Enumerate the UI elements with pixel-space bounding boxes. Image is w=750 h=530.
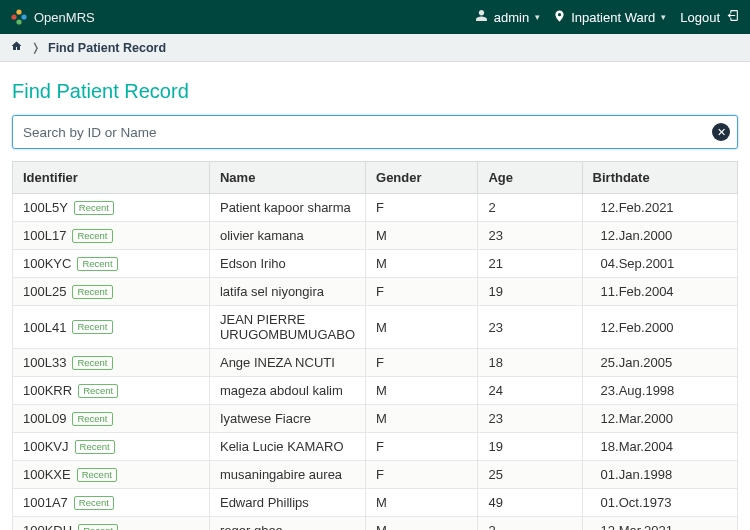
patient-birthdate: 04.Sep.2001 [582, 250, 737, 278]
recent-badge: Recent [72, 356, 112, 370]
table-row[interactable]: 100L17Recentolivier kamanaM2312.Jan.2000 [13, 222, 738, 250]
patient-birthdate: 12.Feb.2000 [582, 306, 737, 349]
brand-logo[interactable]: OpenMRS [10, 8, 95, 26]
caret-down-icon: ▾ [535, 12, 540, 22]
user-icon [475, 9, 488, 25]
logout-icon [726, 9, 740, 25]
table-row[interactable]: 1001A7RecentEdward PhillipsM4901.Oct.197… [13, 489, 738, 517]
breadcrumb: ❭ Find Patient Record [0, 34, 750, 62]
patient-gender: M [366, 306, 478, 349]
patient-name: Patient kapoor sharma [209, 194, 365, 222]
patient-birthdate: 25.Jan.2005 [582, 349, 737, 377]
patient-age: 25 [478, 461, 582, 489]
recent-badge: Recent [74, 201, 114, 215]
patient-age: 24 [478, 377, 582, 405]
brand-name: OpenMRS [34, 10, 95, 25]
search-container: ✕ [12, 115, 738, 149]
patient-age: 19 [478, 433, 582, 461]
patient-gender: M [366, 222, 478, 250]
caret-down-icon: ▾ [661, 12, 666, 22]
table-row[interactable]: 100KVJRecentKelia Lucie KAMAROF1918.Mar.… [13, 433, 738, 461]
recent-badge: Recent [78, 524, 118, 531]
col-age[interactable]: Age [478, 162, 582, 194]
table-row[interactable]: 100L5YRecentPatient kapoor sharmaF212.Fe… [13, 194, 738, 222]
patient-age: 2 [478, 194, 582, 222]
patient-name: Ange INEZA NCUTI [209, 349, 365, 377]
col-birthdate[interactable]: Birthdate [582, 162, 737, 194]
patient-age: 23 [478, 222, 582, 250]
table-row[interactable]: 100KYCRecentEdson IrihoM2104.Sep.2001 [13, 250, 738, 278]
recent-badge: Recent [75, 440, 115, 454]
patient-gender: F [366, 349, 478, 377]
recent-badge: Recent [77, 257, 117, 271]
patient-age: 23 [478, 306, 582, 349]
search-input[interactable] [12, 115, 738, 149]
patient-name: latifa sel niyongira [209, 278, 365, 306]
patient-id: 100L5Y [23, 200, 68, 215]
patient-birthdate: 12.Mar.2000 [582, 405, 737, 433]
patient-gender: M [366, 377, 478, 405]
patient-age: 21 [478, 250, 582, 278]
patient-results-table: Identifier Name Gender Age Birthdate 100… [12, 161, 738, 530]
close-icon: ✕ [717, 126, 726, 139]
recent-badge: Recent [72, 285, 112, 299]
patient-gender: M [366, 405, 478, 433]
col-gender[interactable]: Gender [366, 162, 478, 194]
table-row[interactable]: 100KDHRecentroger gheeM212.Mar.2021 [13, 517, 738, 531]
table-header-row: Identifier Name Gender Age Birthdate [13, 162, 738, 194]
table-row[interactable]: 100L09RecentIyatwese FiacreM2312.Mar.200… [13, 405, 738, 433]
clear-search-button[interactable]: ✕ [712, 123, 730, 141]
patient-gender: F [366, 433, 478, 461]
breadcrumb-separator: ❭ [31, 41, 40, 54]
patient-name: mageza abdoul kalim [209, 377, 365, 405]
patient-name: musaningabire aurea [209, 461, 365, 489]
recent-badge: Recent [74, 496, 114, 510]
col-name[interactable]: Name [209, 162, 365, 194]
patient-age: 23 [478, 405, 582, 433]
patient-gender: F [366, 278, 478, 306]
patient-birthdate: 23.Aug.1998 [582, 377, 737, 405]
patient-id: 100KRR [23, 383, 72, 398]
patient-name: Edson Iriho [209, 250, 365, 278]
patient-id: 1001A7 [23, 495, 68, 510]
location-menu[interactable]: Inpatient Ward ▾ [554, 9, 666, 26]
col-identifier[interactable]: Identifier [13, 162, 210, 194]
logout-label: Logout [680, 10, 720, 25]
map-marker-icon [554, 9, 565, 26]
patient-id: 100L09 [23, 411, 66, 426]
svg-point-1 [11, 14, 16, 19]
recent-badge: Recent [72, 412, 112, 426]
home-icon[interactable] [10, 40, 23, 55]
recent-badge: Recent [78, 384, 118, 398]
svg-point-2 [21, 14, 26, 19]
patient-age: 49 [478, 489, 582, 517]
patient-id: 100KDH [23, 523, 72, 530]
location-name: Inpatient Ward [571, 10, 655, 25]
recent-badge: Recent [72, 320, 112, 334]
table-row[interactable]: 100L33RecentAnge INEZA NCUTIF1825.Jan.20… [13, 349, 738, 377]
patient-name: JEAN PIERRE URUGOMBUMUGABO [209, 306, 365, 349]
user-menu[interactable]: admin ▾ [475, 9, 540, 25]
table-row[interactable]: 100L25Recentlatifa sel niyongiraF1911.Fe… [13, 278, 738, 306]
table-row[interactable]: 100KRRRecentmageza abdoul kalimM2423.Aug… [13, 377, 738, 405]
patient-name: Kelia Lucie KAMARO [209, 433, 365, 461]
page-title: Find Patient Record [12, 80, 738, 103]
recent-badge: Recent [77, 468, 117, 482]
patient-gender: F [366, 461, 478, 489]
table-row[interactable]: 100KXERecentmusaningabire aureaF2501.Jan… [13, 461, 738, 489]
patient-id: 100KVJ [23, 439, 69, 454]
patient-name: Iyatwese Fiacre [209, 405, 365, 433]
svg-point-0 [16, 9, 21, 14]
patient-birthdate: 01.Oct.1973 [582, 489, 737, 517]
patient-birthdate: 18.Mar.2004 [582, 433, 737, 461]
patient-id: 100KXE [23, 467, 71, 482]
patient-name: roger ghee [209, 517, 365, 531]
patient-name: olivier kamana [209, 222, 365, 250]
patient-birthdate: 12.Feb.2021 [582, 194, 737, 222]
top-navbar: OpenMRS admin ▾ Inpatient Ward ▾ Logout [0, 0, 750, 34]
table-row[interactable]: 100L41RecentJEAN PIERRE URUGOMBUMUGABOM2… [13, 306, 738, 349]
patient-name: Edward Phillips [209, 489, 365, 517]
patient-birthdate: 01.Jan.1998 [582, 461, 737, 489]
logout-link[interactable]: Logout [680, 9, 740, 25]
openmrs-logo-icon [10, 8, 28, 26]
